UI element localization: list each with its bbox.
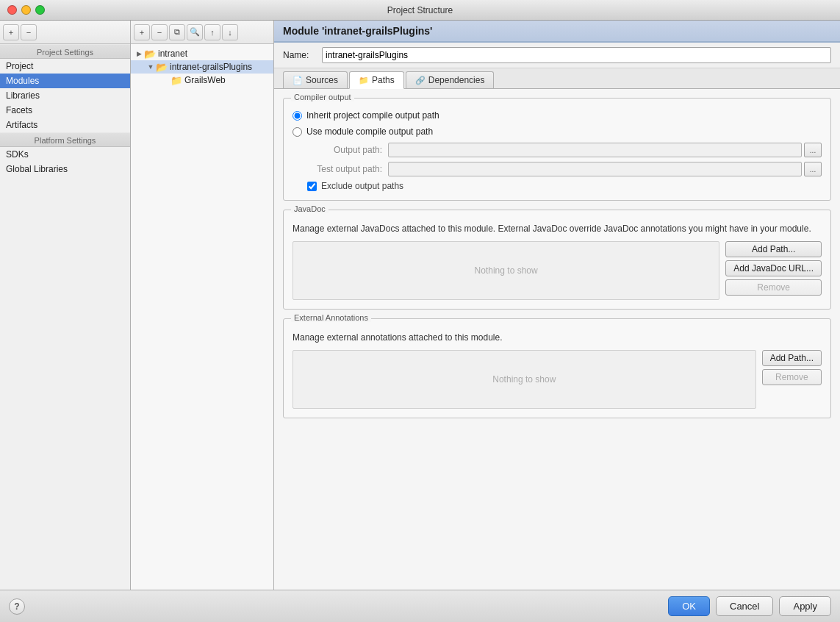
sidebar-item-label: Global Libraries xyxy=(6,164,68,174)
use-module-radio-label: Use module compile output path xyxy=(306,126,433,137)
add-button[interactable]: + xyxy=(3,24,19,40)
test-output-path-row: Test output path: ... xyxy=(292,162,822,176)
compiler-output-title: Compiler output xyxy=(291,93,354,101)
remove-button[interactable]: − xyxy=(21,24,37,40)
javadoc-nothing-text: Nothing to show xyxy=(475,265,538,276)
tree-node-intranet[interactable]: ▶ 📂 intranet xyxy=(131,47,273,60)
external-annotations-title: External Annotations xyxy=(291,313,371,322)
tree-node-intranet-grailsplugins[interactable]: ▼ 📂 intranet-grailsPlugins xyxy=(131,60,273,74)
javadoc-body: Nothing to show Add Path... Add JavaDoc … xyxy=(292,241,822,300)
annotations-nothing-box: Nothing to show xyxy=(292,350,756,409)
tree-panel: + − ⧉ 🔍 ↑ ↓ ▶ 📂 intranet xyxy=(131,21,274,590)
output-path-browse-button[interactable]: ... xyxy=(804,143,822,157)
window-controls[interactable] xyxy=(7,5,45,15)
tree-up-button[interactable]: ↑ xyxy=(204,24,220,40)
name-label: Name: xyxy=(283,50,316,60)
javadoc-remove-button[interactable]: Remove xyxy=(725,279,822,296)
inherit-radio-row: Inherit project compile output path xyxy=(292,110,822,121)
module-name-row: Name: xyxy=(274,43,840,68)
sidebar-item-label: Facets xyxy=(6,105,32,115)
tab-sources[interactable]: 📄 Sources xyxy=(283,71,348,88)
annotations-add-path-button[interactable]: Add Path... xyxy=(762,350,822,366)
folder-icon: 📂 xyxy=(144,49,156,59)
javadoc-nothing-box: Nothing to show xyxy=(292,241,719,300)
test-output-browse-button[interactable]: ... xyxy=(804,162,822,176)
javadoc-title: JavaDoc xyxy=(291,204,329,213)
tree-add-button[interactable]: + xyxy=(134,24,150,40)
sidebar-item-libraries[interactable]: Libraries xyxy=(0,88,130,103)
expand-arrow-icon: ▼ xyxy=(146,62,156,72)
sidebar-item-sdks[interactable]: SDKs xyxy=(0,147,130,162)
test-output-label: Test output path: xyxy=(307,164,388,174)
module-name-input[interactable] xyxy=(322,47,831,63)
sidebar-item-artifacts[interactable]: Artifacts xyxy=(0,118,130,132)
tab-content: Compiler output Inherit project compile … xyxy=(274,89,840,590)
test-output-input[interactable] xyxy=(388,162,802,176)
window-title: Project Structure xyxy=(387,5,453,15)
annotations-remove-button[interactable]: Remove xyxy=(762,369,822,385)
bottom-left: ? xyxy=(9,598,662,615)
tree-copy-button[interactable]: ⧉ xyxy=(169,24,185,40)
search-icon: 🔍 xyxy=(190,27,200,37)
tree-node-grailsweb[interactable]: ▶ 📁 GrailsWeb xyxy=(131,74,273,87)
tree-node-label: GrailsWeb xyxy=(184,75,226,85)
javadoc-description: Manage external JavaDocs attached to thi… xyxy=(292,222,822,235)
folder-icon: 📁 xyxy=(170,75,182,85)
external-annotations-description: Manage external annotations attached to … xyxy=(292,331,822,344)
javadoc-section: JavaDoc Manage external JavaDocs attache… xyxy=(283,210,831,310)
sidebar-item-facets[interactable]: Facets xyxy=(0,103,130,118)
ok-button[interactable]: OK xyxy=(668,596,710,616)
sources-tab-icon: 📄 xyxy=(292,76,303,85)
tree-node-label: intranet xyxy=(158,49,187,59)
exclude-checkbox-row: Exclude output paths xyxy=(292,181,822,191)
external-annotations-buttons: Add Path... Remove xyxy=(762,350,822,409)
plus-icon: + xyxy=(140,28,144,37)
exclude-checkbox[interactable] xyxy=(307,182,317,191)
help-button[interactable]: ? xyxy=(9,598,25,615)
cancel-button[interactable]: Cancel xyxy=(716,596,773,616)
external-annotations-content: Manage external annotations attached to … xyxy=(284,319,830,418)
expand-arrow-icon: ▶ xyxy=(134,49,144,59)
exclude-label: Exclude output paths xyxy=(321,181,403,191)
add-icon: + xyxy=(9,28,13,37)
apply-button[interactable]: Apply xyxy=(779,596,831,616)
sidebar-item-modules[interactable]: Modules xyxy=(0,74,130,88)
inherit-radio[interactable] xyxy=(292,111,302,121)
annotations-nothing-text: Nothing to show xyxy=(492,374,556,385)
inherit-radio-label: Inherit project compile output path xyxy=(306,110,439,121)
module-header: Module 'intranet-grailsPlugins' xyxy=(274,21,840,43)
maximize-button[interactable] xyxy=(35,5,45,15)
sidebar-item-project[interactable]: Project xyxy=(0,59,130,74)
tree-remove-button[interactable]: − xyxy=(151,24,168,40)
tab-paths-label: Paths xyxy=(372,75,395,85)
javadoc-content: Manage external JavaDocs attached to thi… xyxy=(284,210,830,309)
folder-open-icon: 📂 xyxy=(156,62,168,72)
sidebar-item-label: Project xyxy=(6,61,33,71)
sidebar-item-label: Libraries xyxy=(6,90,40,101)
compiler-output-section: Compiler output Inherit project compile … xyxy=(283,98,831,201)
javadoc-add-url-button[interactable]: Add JavaDoc URL... xyxy=(725,260,822,276)
sidebar-item-label: SDKs xyxy=(6,149,29,160)
tab-paths[interactable]: 📁 Paths xyxy=(349,71,404,89)
tab-dependencies[interactable]: 🔗 Dependencies xyxy=(406,71,495,88)
use-module-radio[interactable] xyxy=(292,127,302,137)
tab-sources-label: Sources xyxy=(306,75,338,85)
tree-down-button[interactable]: ↓ xyxy=(222,24,238,40)
tree-search-button[interactable]: 🔍 xyxy=(187,24,203,40)
main-container: + − Project Settings Project Modules Lib… xyxy=(0,21,840,590)
sidebar-item-label: Artifacts xyxy=(6,120,37,130)
sidebar-item-global-libraries[interactable]: Global Libraries xyxy=(0,162,130,176)
external-annotations-section: External Annotations Manage external ann… xyxy=(283,318,831,418)
javadoc-add-path-button[interactable]: Add Path... xyxy=(725,241,822,257)
output-path-input[interactable] xyxy=(388,143,802,157)
output-path-row: Output path: ... xyxy=(292,143,822,157)
tree-node-label: intranet-grailsPlugins xyxy=(170,62,252,72)
sidebar-toolbar: + − xyxy=(0,21,130,44)
external-annotations-body: Nothing to show Add Path... Remove xyxy=(292,350,822,409)
project-settings-header: Project Settings xyxy=(0,44,130,59)
sidebar: + − Project Settings Project Modules Lib… xyxy=(0,21,131,590)
close-button[interactable] xyxy=(7,5,17,15)
title-bar: Project Structure xyxy=(0,0,840,21)
platform-settings-header: Platform Settings xyxy=(0,132,130,147)
minimize-button[interactable] xyxy=(21,5,31,15)
